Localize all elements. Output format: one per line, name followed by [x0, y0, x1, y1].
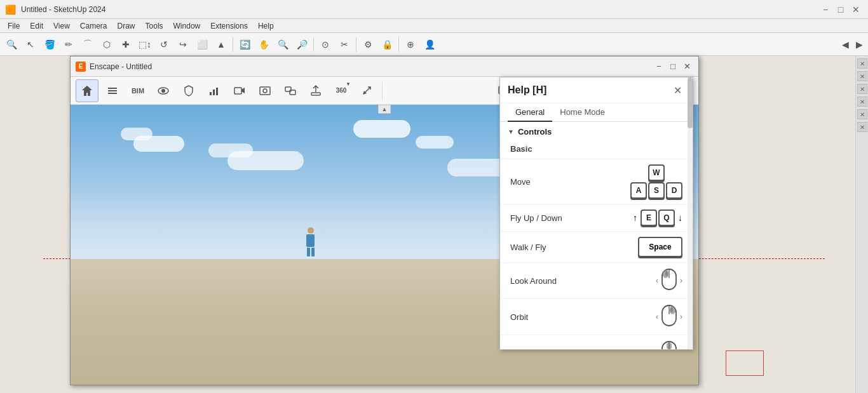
- tool-select[interactable]: ↖: [22, 36, 39, 53]
- tool-follow-me[interactable]: ↪: [174, 36, 192, 53]
- enc-btn-gallery[interactable]: [279, 79, 302, 102]
- enc-btn-360[interactable]: 360 ▼: [330, 79, 353, 102]
- person-legs: [307, 248, 315, 256]
- side-x-btn-5[interactable]: ✕: [857, 109, 867, 119]
- control-look-keys: ‹ ›: [656, 268, 682, 293]
- control-row-move: Move W A S D: [500, 159, 693, 204]
- enscape-window-controls: − □ ✕: [653, 60, 693, 73]
- tool-push-pull[interactable]: ⬚↕: [136, 36, 154, 53]
- control-fly-keys: ↑ E Q ↓: [633, 210, 682, 226]
- window-controls: − □ ✕: [818, 3, 863, 17]
- help-content[interactable]: ▼ Controls Basic Move W A S D: [500, 122, 693, 349]
- tab-home-mode[interactable]: Home Mode: [552, 103, 613, 122]
- enc-btn-capture[interactable]: [203, 79, 226, 102]
- enscape-maximize[interactable]: □: [667, 60, 679, 73]
- tool-arc[interactable]: ⌒: [79, 36, 97, 53]
- side-x-btn-3[interactable]: ✕: [857, 84, 867, 94]
- enc-btn-weblinks[interactable]: [355, 79, 378, 102]
- menu-draw[interactable]: Draw: [112, 20, 140, 32]
- tool-zoom-ext[interactable]: 🔎: [293, 36, 311, 53]
- tool-shapes[interactable]: ⬡: [98, 36, 116, 53]
- svg-rect-13: [311, 93, 320, 95]
- tool-extra-1[interactable]: ◀: [839, 36, 851, 53]
- mouse-icon-pan: [660, 340, 679, 349]
- minimize-button[interactable]: −: [818, 3, 832, 17]
- tool-components[interactable]: ⚙: [359, 36, 377, 53]
- basic-subsection-header: Basic: [500, 142, 693, 159]
- control-move-label: Move: [510, 177, 630, 187]
- control-walk-keys: Space: [638, 237, 682, 257]
- enc-btn-video[interactable]: [228, 79, 251, 102]
- cloud-2b: [208, 143, 253, 157]
- enc-btn-screenshot[interactable]: [254, 79, 276, 102]
- help-tabs: General Home Mode: [500, 103, 693, 122]
- side-x-btn-1[interactable]: ✕: [857, 58, 867, 69]
- key-w: W: [648, 164, 665, 181]
- controls-label: Controls: [518, 127, 552, 137]
- menu-help[interactable]: Help: [253, 20, 279, 32]
- tool-materials[interactable]: 🔒: [378, 36, 396, 53]
- enscape-title-bar: E Enscape - Untitled − □ ✕: [71, 57, 698, 77]
- control-walk-label: Walk / Fly: [510, 243, 638, 252]
- svg-rect-29: [665, 271, 668, 276]
- main-toolbar: 🔍 ↖ 🪣 ✏ ⌒ ⬡ ✚ ⬚↕ ↺ ↪ ⬜ ▲ 🔄 ✋ 🔍 🔎 ⊙ ✂ ⚙ 🔒…: [0, 33, 868, 56]
- menu-tools[interactable]: Tools: [140, 20, 168, 32]
- person-left-leg: [307, 248, 310, 256]
- tool-search[interactable]: 🔍: [3, 36, 20, 53]
- key-d: D: [666, 182, 682, 199]
- tool-trimble-connect[interactable]: 👤: [421, 36, 438, 53]
- tool-rotate[interactable]: ↺: [155, 36, 173, 53]
- key-a: A: [630, 182, 647, 199]
- control-orbit-label: Orbit: [510, 312, 656, 322]
- scrollbar-track[interactable]: [688, 77, 693, 349]
- tool-extra-2[interactable]: ▶: [853, 36, 865, 53]
- enc-btn-atmosphere[interactable]: [177, 79, 200, 102]
- tool-orbit[interactable]: 🔄: [236, 36, 254, 53]
- left-paren-look: ‹: [656, 276, 658, 285]
- enc-btn-export[interactable]: [304, 79, 327, 102]
- close-button[interactable]: ✕: [849, 3, 863, 17]
- tool-scale[interactable]: ⬜: [193, 36, 211, 53]
- svg-rect-9: [260, 87, 270, 95]
- enc-btn-bim[interactable]: BIM: [126, 79, 149, 102]
- enscape-close[interactable]: ✕: [681, 60, 693, 73]
- svg-rect-8: [234, 88, 241, 94]
- enc-btn-visual[interactable]: [152, 79, 175, 102]
- tool-paint[interactable]: 🪣: [41, 36, 58, 53]
- menu-extensions[interactable]: Extensions: [205, 20, 253, 32]
- help-panel-title: Help [H]: [508, 84, 670, 96]
- menu-view[interactable]: View: [48, 20, 75, 32]
- right-paren-look: ›: [680, 276, 682, 285]
- tool-measure[interactable]: ⊙: [316, 36, 334, 53]
- tool-section[interactable]: ✂: [336, 36, 353, 53]
- menu-file[interactable]: File: [3, 20, 25, 32]
- maximize-button[interactable]: □: [834, 3, 848, 17]
- help-close-button[interactable]: ✕: [670, 83, 685, 98]
- enscape-minimize[interactable]: −: [653, 60, 665, 73]
- side-x-btn-6[interactable]: ✕: [857, 122, 867, 132]
- svg-rect-1: [108, 90, 117, 91]
- tool-move[interactable]: ✚: [117, 36, 135, 53]
- control-pan-keys: ‹ ›: [656, 340, 682, 349]
- side-x-btn-2[interactable]: ✕: [857, 71, 867, 81]
- tool-add-location[interactable]: ⊕: [402, 36, 419, 53]
- scrollbar-thumb[interactable]: [688, 77, 693, 128]
- enc-btn-settings-list[interactable]: [101, 79, 124, 102]
- svg-rect-0: [108, 88, 117, 89]
- menu-camera[interactable]: Camera: [75, 20, 112, 32]
- menu-window[interactable]: Window: [168, 20, 206, 32]
- side-x-btn-4[interactable]: ✕: [857, 97, 867, 107]
- tool-pencil[interactable]: ✏: [60, 36, 78, 53]
- control-fly-label: Fly Up / Down: [510, 213, 633, 223]
- menu-edit[interactable]: Edit: [25, 20, 48, 32]
- viewport-collapse-arrow[interactable]: ▲: [378, 105, 391, 114]
- tool-zoom[interactable]: 🔍: [274, 36, 292, 53]
- enscape-logo: E: [76, 62, 86, 72]
- left-paren-pan: ‹: [656, 349, 658, 349]
- tool-pan[interactable]: ✋: [255, 36, 273, 53]
- svg-rect-5: [210, 92, 212, 95]
- tool-offset[interactable]: ▲: [212, 36, 230, 53]
- enc-btn-home[interactable]: [76, 79, 98, 102]
- tab-general[interactable]: General: [508, 103, 552, 122]
- controls-section-header[interactable]: ▼ Controls: [500, 122, 693, 142]
